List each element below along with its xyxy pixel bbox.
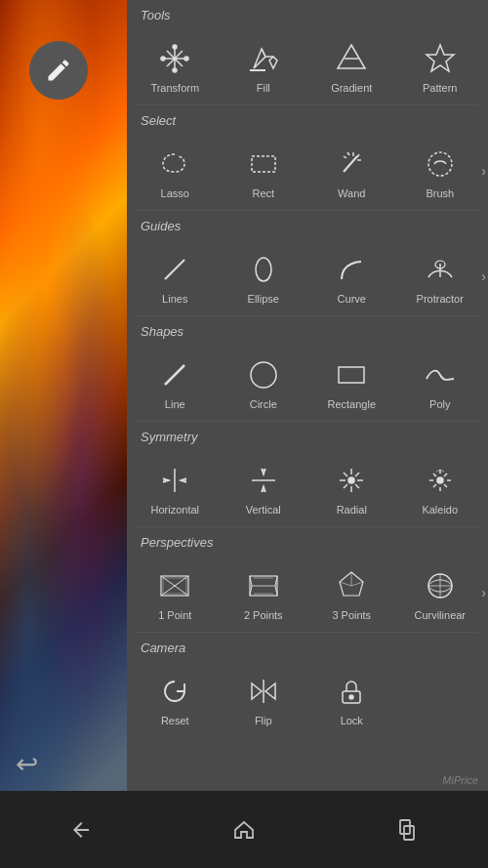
section-label-perspectives: Perspectives bbox=[127, 527, 488, 554]
svg-point-30 bbox=[348, 477, 354, 483]
tool-2points[interactable]: 2 Points bbox=[220, 554, 308, 632]
svg-marker-72 bbox=[252, 683, 262, 699]
svg-line-45 bbox=[444, 484, 447, 487]
tool-brush-select[interactable]: Brush bbox=[396, 132, 485, 210]
tool-lasso[interactable]: Lasso bbox=[131, 132, 220, 210]
tool-gradient-label: Gradient bbox=[331, 82, 372, 95]
horizontal-icon bbox=[153, 459, 196, 502]
tool-pattern-label: Pattern bbox=[423, 82, 457, 95]
tool-horizontal-label: Horizontal bbox=[150, 504, 199, 517]
tool-wand-label: Wand bbox=[338, 187, 365, 200]
kaleido-icon bbox=[419, 459, 462, 502]
tool-line[interactable]: Line bbox=[131, 343, 220, 421]
svg-point-39 bbox=[437, 477, 443, 483]
svg-line-10 bbox=[344, 156, 357, 172]
tool-kaleido-label: Kaleido bbox=[422, 504, 458, 517]
tool-wand[interactable]: Wand bbox=[307, 132, 396, 210]
tools-section-grid: Transform Fill Gradient bbox=[127, 26, 488, 104]
svg-line-37 bbox=[355, 473, 359, 476]
tool-flip[interactable]: Flip bbox=[220, 659, 308, 737]
tool-poly[interactable]: Poly bbox=[396, 343, 485, 421]
curvilinear-icon bbox=[419, 564, 462, 607]
tool-fill[interactable]: Fill bbox=[220, 26, 308, 104]
tool-line-label: Line bbox=[165, 398, 185, 411]
tool-protractor-label: Protractor bbox=[417, 293, 464, 306]
section-label-tools: Tools bbox=[127, 0, 488, 26]
tool-curve-label: Curve bbox=[338, 293, 366, 306]
tool-curve[interactable]: Curve bbox=[307, 237, 396, 315]
tool-lock[interactable]: Lock bbox=[307, 659, 396, 737]
curve-icon bbox=[330, 248, 373, 291]
guides-row: Lines Ellipse Curve bbox=[127, 237, 488, 315]
vertical-icon bbox=[242, 459, 285, 502]
bottom-nav-bar bbox=[0, 791, 488, 868]
flip-icon bbox=[242, 670, 285, 713]
svg-line-12 bbox=[357, 154, 359, 157]
tool-rect[interactable]: Rect bbox=[220, 132, 308, 210]
tool-vertical[interactable]: Vertical bbox=[220, 448, 308, 526]
tool-transform[interactable]: Transform bbox=[131, 26, 220, 104]
svg-marker-6 bbox=[338, 45, 365, 68]
svg-marker-4 bbox=[269, 57, 277, 68]
tool-circle[interactable]: Circle bbox=[220, 343, 308, 421]
tool-gradient[interactable]: Gradient bbox=[307, 26, 396, 104]
nav-recents-button[interactable] bbox=[383, 806, 431, 854]
guides-chevron: › bbox=[481, 269, 486, 284]
tool-reset[interactable]: Reset bbox=[131, 659, 220, 737]
svg-point-75 bbox=[349, 695, 353, 699]
protractor-icon bbox=[419, 248, 462, 291]
section-label-select: Select bbox=[127, 105, 488, 132]
tool-pattern[interactable]: Pattern bbox=[396, 26, 485, 104]
svg-point-3 bbox=[184, 57, 188, 61]
tool-rect-label: Rect bbox=[252, 187, 274, 200]
radial-icon bbox=[330, 459, 373, 502]
reset-icon bbox=[153, 670, 196, 713]
tool-ellipse[interactable]: Ellipse bbox=[220, 237, 308, 315]
svg-rect-77 bbox=[404, 826, 414, 840]
rect-icon bbox=[242, 143, 285, 186]
select-row: Lasso Rect bbox=[127, 132, 488, 210]
svg-rect-9 bbox=[252, 156, 275, 172]
gradient-icon bbox=[330, 37, 373, 80]
svg-line-17 bbox=[165, 260, 184, 279]
tool-empty bbox=[396, 659, 485, 737]
svg-point-22 bbox=[251, 362, 276, 388]
watermark: MiPrice bbox=[442, 774, 478, 786]
tool-fill-label: Fill bbox=[257, 82, 270, 95]
background-painting bbox=[0, 0, 137, 791]
lines-icon bbox=[153, 248, 196, 291]
tool-circle-label: Circle bbox=[250, 398, 277, 411]
tool-kaleido[interactable]: Kaleido bbox=[396, 448, 485, 526]
tool-1point[interactable]: 1 Point bbox=[131, 554, 220, 632]
svg-line-15 bbox=[344, 156, 346, 158]
tool-horizontal[interactable]: Horizontal bbox=[131, 448, 220, 526]
section-label-guides: Guides bbox=[127, 211, 488, 237]
nav-back-button[interactable] bbox=[57, 806, 105, 854]
tool-radial[interactable]: Radial bbox=[307, 448, 396, 526]
three-points-icon bbox=[330, 564, 373, 607]
svg-line-47 bbox=[433, 484, 436, 487]
tool-poly-label: Poly bbox=[429, 398, 450, 411]
tool-rectangle[interactable]: Rectangle bbox=[307, 343, 396, 421]
nav-home-button[interactable] bbox=[220, 806, 268, 854]
svg-line-35 bbox=[344, 473, 347, 476]
tool-curvilinear[interactable]: Curvilinear bbox=[396, 554, 485, 632]
svg-line-66 bbox=[351, 582, 363, 586]
tool-lines[interactable]: Lines bbox=[131, 237, 220, 315]
tool-flip-label: Flip bbox=[255, 715, 272, 727]
symmetry-section-grid: Horizontal Vertical bbox=[127, 448, 488, 526]
undo-arrow[interactable]: ↩ bbox=[16, 748, 38, 780]
pencil-button[interactable] bbox=[29, 41, 88, 100]
lasso-icon bbox=[153, 143, 196, 186]
brush-select-icon bbox=[419, 143, 462, 186]
tool-ellipse-label: Ellipse bbox=[248, 293, 279, 306]
tool-lock-label: Lock bbox=[341, 715, 363, 727]
tool-3points[interactable]: 3 Points bbox=[307, 554, 396, 632]
tool-protractor[interactable]: Protractor bbox=[396, 237, 485, 315]
wand-icon bbox=[330, 143, 373, 186]
svg-line-21 bbox=[165, 365, 184, 385]
tool-rectangle-label: Rectangle bbox=[327, 398, 376, 411]
pattern-icon bbox=[419, 37, 462, 80]
perspectives-chevron: › bbox=[481, 585, 486, 600]
tool-radial-label: Radial bbox=[337, 504, 367, 517]
